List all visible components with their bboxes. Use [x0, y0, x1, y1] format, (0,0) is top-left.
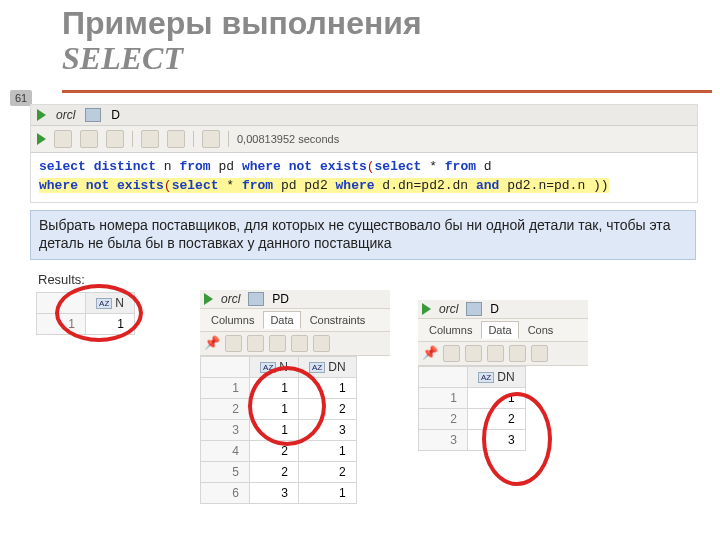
d-data-grid: AZDN 11 22 33 [418, 366, 526, 451]
pd-data-grid: AZN AZDN 111 212 313 421 522 631 [200, 356, 357, 504]
sql-token [109, 178, 117, 193]
subtab-data[interactable]: Data [481, 321, 518, 339]
row-number: 2 [419, 409, 468, 430]
subtab-constraints[interactable]: Cons [521, 321, 561, 339]
sql-text-area[interactable]: select distinct n from pd where not exis… [31, 153, 697, 202]
sort-icon[interactable]: AZ [96, 298, 112, 309]
cell: 1 [250, 420, 299, 441]
toolbar-button[interactable] [141, 130, 159, 148]
sql-token: exists [117, 178, 164, 193]
col-label: DN [497, 370, 514, 384]
row-number: 6 [201, 483, 250, 504]
table-icon [85, 108, 101, 122]
execution-time: 0,00813952 seconds [237, 133, 339, 145]
subtab-columns[interactable]: Columns [204, 311, 261, 329]
col-header-dn[interactable]: AZDN [468, 367, 526, 388]
run-icon[interactable] [37, 109, 46, 121]
cell: 1 [250, 399, 299, 420]
subtab-columns[interactable]: Columns [422, 321, 479, 339]
toolbar-button[interactable] [291, 335, 308, 352]
sql-token: * [421, 159, 444, 174]
explanation-text: Выбрать номера поставщиков, для которых … [30, 210, 696, 260]
toolbar-button[interactable] [487, 345, 504, 362]
sql-token: n [156, 159, 179, 174]
cell: 3 [250, 483, 299, 504]
execute-icon[interactable] [37, 133, 46, 145]
toolbar-button[interactable] [313, 335, 330, 352]
sql-token: d [476, 159, 492, 174]
table-tab[interactable]: PD [272, 292, 289, 306]
cell: 3 [468, 430, 526, 451]
sql-token [312, 159, 320, 174]
cell: 1 [299, 378, 357, 399]
sql-token: from [179, 159, 210, 174]
row-number: 1 [201, 378, 250, 399]
table-tab[interactable]: D [490, 302, 499, 316]
toolbar-button[interactable] [80, 130, 98, 148]
subtab-data[interactable]: Data [263, 311, 300, 329]
row-number: 4 [201, 441, 250, 462]
run-icon[interactable] [422, 303, 431, 315]
toolbar-separator [228, 131, 229, 147]
sort-icon[interactable]: AZ [478, 372, 494, 383]
sql-token [86, 159, 94, 174]
subtabs: Columns Data Constraints [200, 309, 390, 332]
sql-token: from [242, 178, 273, 193]
sql-token: d.dn=pd2.dn [375, 178, 476, 193]
row-number: 5 [201, 462, 250, 483]
table-tab[interactable]: D [111, 108, 120, 122]
cell: 2 [468, 409, 526, 430]
toolbar-button[interactable] [531, 345, 548, 362]
cell: 1 [86, 314, 135, 335]
sql-token: distinct [94, 159, 156, 174]
sql-token: and [476, 178, 499, 193]
toolbar-button[interactable] [269, 335, 286, 352]
toolbar-button[interactable] [106, 130, 124, 148]
result-grid: AZN 1 1 [36, 292, 135, 335]
row-number: 3 [201, 420, 250, 441]
connection-tab[interactable]: orcl [56, 108, 75, 122]
toolbar-button[interactable] [465, 345, 482, 362]
toolbar-button[interactable] [167, 130, 185, 148]
editor-connection-tabs: orcl D [31, 105, 697, 126]
row-number: 1 [419, 388, 468, 409]
toolbar-separator [193, 131, 194, 147]
toolbar-button[interactable] [202, 130, 220, 148]
sort-icon[interactable]: AZ [309, 362, 325, 373]
toolbar-button[interactable] [509, 345, 526, 362]
sql-token: pd2.n=pd.n )) [499, 178, 608, 193]
sql-token [281, 159, 289, 174]
subtab-constraints[interactable]: Constraints [303, 311, 373, 329]
toolbar-button[interactable] [443, 345, 460, 362]
pd-table-panel: orcl PD Columns Data Constraints 📌 AZN A… [200, 290, 390, 504]
mini-toolbar: 📌 [418, 342, 588, 366]
pin-icon[interactable]: 📌 [422, 345, 438, 360]
subtabs: Columns Data Cons [418, 319, 588, 342]
table-icon [466, 302, 482, 316]
pin-icon[interactable]: 📌 [204, 335, 220, 350]
connection-tab[interactable]: orcl [221, 292, 240, 306]
page-number-badge: 61 [10, 90, 32, 106]
col-header-dn[interactable]: AZDN [299, 357, 357, 378]
title-line2: SELECT [62, 41, 422, 76]
toolbar-button[interactable] [225, 335, 242, 352]
col-label: N [279, 360, 288, 374]
sql-token: where [336, 178, 375, 193]
cell: 3 [299, 420, 357, 441]
sql-token: select [375, 159, 422, 174]
toolbar-button[interactable] [54, 130, 72, 148]
col-header-n[interactable]: AZN [250, 357, 299, 378]
connection-tab[interactable]: orcl [439, 302, 458, 316]
sort-icon[interactable]: AZ [260, 362, 276, 373]
cell: 2 [250, 462, 299, 483]
slide-title: Примеры выполнения SELECT [62, 6, 422, 76]
run-icon[interactable] [204, 293, 213, 305]
toolbar-button[interactable] [247, 335, 264, 352]
col-label: N [115, 296, 124, 310]
sql-token: select [39, 159, 86, 174]
row-header [37, 293, 86, 314]
sql-token: ( [164, 178, 172, 193]
col-header-n[interactable]: AZN [86, 293, 135, 314]
cell: 2 [299, 399, 357, 420]
cell: 1 [250, 378, 299, 399]
